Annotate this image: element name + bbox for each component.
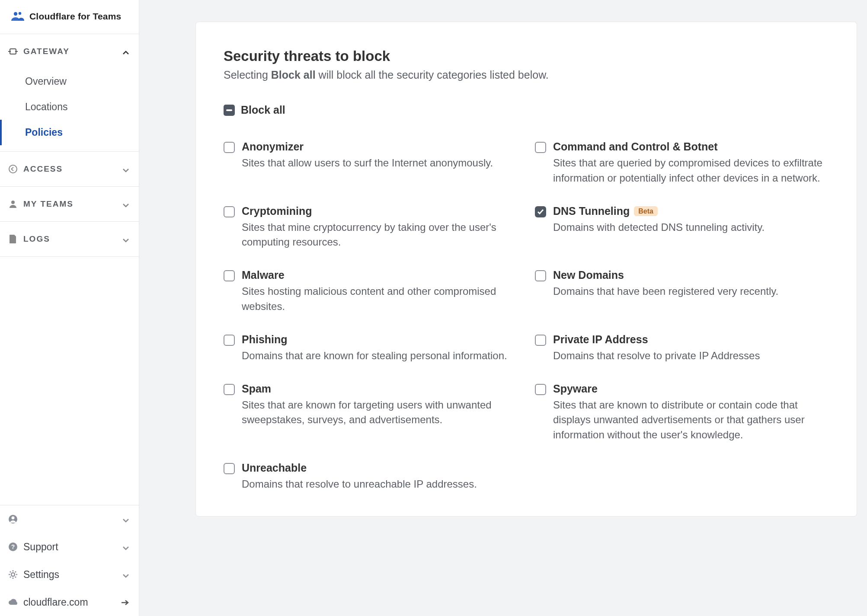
nav-label-gateway: Gateway xyxy=(23,47,122,56)
threat-cryptomining: Cryptomining Sites that mine cryptocurre… xyxy=(224,205,518,250)
threat-title: Command and Control & Botnet xyxy=(553,140,718,153)
threat-desc: Domains that have been registered very r… xyxy=(553,284,829,299)
threat-title: New Domains xyxy=(553,269,624,281)
threat-desc: Domains with detected DNS tunneling acti… xyxy=(553,220,829,235)
chevron-down-icon xyxy=(122,541,129,553)
checkbox-cryptomining[interactable] xyxy=(224,206,235,217)
access-icon xyxy=(7,164,19,174)
nav-header-access[interactable]: Access xyxy=(0,152,139,186)
arrow-right-icon xyxy=(121,596,129,608)
chevron-up-icon xyxy=(122,45,129,57)
svg-point-3 xyxy=(9,165,17,173)
block-all-label: Block all xyxy=(241,104,285,116)
checkbox-phishing[interactable] xyxy=(224,335,235,346)
threat-title: Malware xyxy=(242,269,285,281)
help-icon: ? xyxy=(7,542,19,552)
checkbox-spyware[interactable] xyxy=(535,384,546,395)
threat-new-domains: New Domains Domains that have been regis… xyxy=(535,269,829,314)
cloud-icon xyxy=(7,599,19,606)
security-threats-card: Security threats to block Selecting Bloc… xyxy=(195,22,857,517)
threat-spyware: Spyware Sites that are known to distribu… xyxy=(535,383,829,443)
main-content: Security threats to block Selecting Bloc… xyxy=(139,0,867,616)
svg-point-0 xyxy=(14,12,17,16)
threat-desc: Sites that mine cryptocurrency by taking… xyxy=(242,220,518,250)
threat-title: Spyware xyxy=(553,383,598,395)
chevron-down-icon xyxy=(122,163,129,175)
beta-badge: Beta xyxy=(634,206,658,216)
page-subtitle: Selecting Block all will block all the s… xyxy=(224,69,829,81)
threats-grid: Anonymizer Sites that allow users to sur… xyxy=(224,140,829,492)
checkbox-indeterminate-icon[interactable] xyxy=(224,105,235,116)
footer-support-label: Support xyxy=(23,541,122,553)
footer-support[interactable]: ? Support xyxy=(0,533,139,561)
nav-label-logs: Logs xyxy=(23,234,122,244)
nav-label-access: Access xyxy=(23,164,122,174)
svg-rect-2 xyxy=(10,49,16,54)
brand-row[interactable]: Cloudflare for Teams xyxy=(0,0,139,34)
gateway-icon xyxy=(7,47,19,56)
block-all-row[interactable]: Block all xyxy=(224,104,829,116)
svg-point-9 xyxy=(11,573,15,576)
threat-spam: Spam Sites that are known for targeting … xyxy=(224,383,518,443)
nav-section-gateway: Gateway Overview Locations Policies xyxy=(0,34,139,152)
nav-header-logs[interactable]: Logs xyxy=(0,222,139,256)
gear-icon xyxy=(7,570,19,579)
chevron-down-icon xyxy=(122,198,129,210)
checkbox-spam[interactable] xyxy=(224,384,235,395)
threat-unreachable: Unreachable Domains that resolve to unre… xyxy=(224,462,518,492)
page-title: Security threats to block xyxy=(224,48,829,64)
checkbox-private-ip[interactable] xyxy=(535,335,546,346)
footer-cloudflare-label: cloudflare.com xyxy=(23,597,121,608)
threat-dns-tunneling: DNS Tunneling Beta Domains with detected… xyxy=(535,205,829,250)
sidebar-item-overview[interactable]: Overview xyxy=(0,69,139,94)
brand-text: Cloudflare for Teams xyxy=(29,11,121,22)
threat-desc: Domains that resolve to unreachable IP a… xyxy=(242,477,518,492)
checkbox-unreachable[interactable] xyxy=(224,463,235,474)
threat-desc: Domains that are known for stealing pers… xyxy=(242,348,518,364)
threat-desc: Sites hosting malicious content and othe… xyxy=(242,284,518,314)
threat-title: Phishing xyxy=(242,333,288,346)
threat-title: Anonymizer xyxy=(242,140,304,153)
footer-cloudflare-link[interactable]: cloudflare.com xyxy=(0,588,139,616)
sidebar-footer: ? Support Settings cloudflare.com xyxy=(0,505,139,616)
teams-logo-icon xyxy=(11,11,24,22)
account-icon xyxy=(7,514,19,524)
footer-settings[interactable]: Settings xyxy=(0,561,139,588)
threat-title: Private IP Address xyxy=(553,333,648,346)
threat-cc-botnet: Command and Control & Botnet Sites that … xyxy=(535,140,829,186)
threat-desc: Sites that are known for targeting users… xyxy=(242,398,518,428)
chevron-down-icon xyxy=(122,568,129,581)
footer-settings-label: Settings xyxy=(23,569,122,581)
document-icon xyxy=(7,234,19,244)
threat-private-ip: Private IP Address Domains that resolve … xyxy=(535,333,829,364)
threat-title: Unreachable xyxy=(242,462,307,474)
checkbox-dns-tunneling[interactable] xyxy=(535,206,546,217)
footer-account[interactable] xyxy=(0,505,139,533)
threat-phishing: Phishing Domains that are known for stea… xyxy=(224,333,518,364)
person-icon xyxy=(7,200,19,208)
threat-desc: Sites that are known to distribute or co… xyxy=(553,398,829,443)
threat-title: Spam xyxy=(242,383,271,395)
checkbox-cc-botnet[interactable] xyxy=(535,142,546,153)
threat-desc: Sites that allow users to surf the Inter… xyxy=(242,156,518,171)
svg-point-4 xyxy=(11,201,15,204)
sidebar-item-locations[interactable]: Locations xyxy=(0,94,139,120)
threat-malware: Malware Sites hosting malicious content … xyxy=(224,269,518,314)
nav-header-myteams[interactable]: My Teams xyxy=(0,187,139,221)
subnav-gateway: Overview Locations Policies xyxy=(0,69,139,151)
chevron-down-icon xyxy=(122,513,129,525)
chevron-down-icon xyxy=(122,233,129,245)
nav-label-myteams: My Teams xyxy=(23,199,122,209)
checkbox-anonymizer[interactable] xyxy=(224,142,235,153)
sidebar-item-policies[interactable]: Policies xyxy=(0,120,139,145)
svg-point-1 xyxy=(19,12,21,15)
sidebar: Cloudflare for Teams Gateway Overview Lo… xyxy=(0,0,139,616)
threat-desc: Domains that resolve to private IP Addre… xyxy=(553,348,829,364)
threat-desc: Sites that are queried by compromised de… xyxy=(553,156,829,186)
svg-point-6 xyxy=(12,517,15,520)
checkbox-new-domains[interactable] xyxy=(535,270,546,281)
svg-text:?: ? xyxy=(11,543,15,550)
threat-title: DNS Tunneling xyxy=(553,205,630,217)
checkbox-malware[interactable] xyxy=(224,270,235,281)
nav-header-gateway[interactable]: Gateway xyxy=(0,34,139,69)
